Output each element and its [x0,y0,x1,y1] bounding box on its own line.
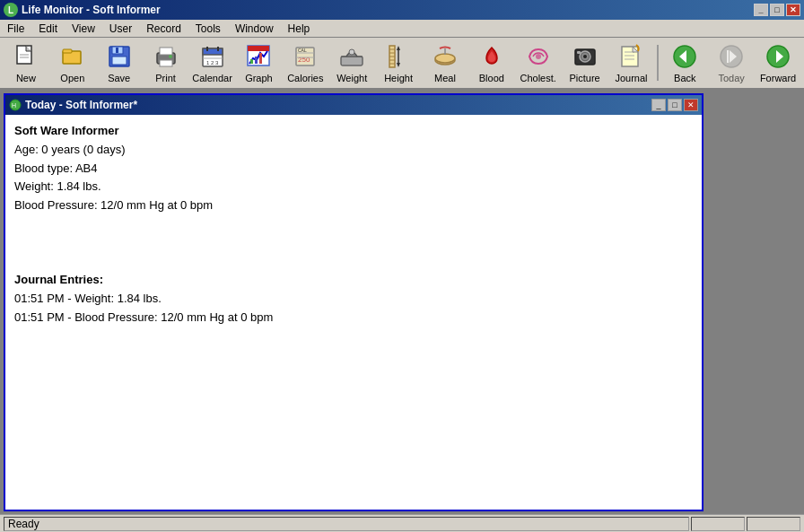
svg-rect-11 [160,60,172,66]
blood-type-line: Blood type: AB4 [14,160,693,179]
status-bar: Ready [0,514,804,532]
title-bar-buttons: _ □ ✕ [754,4,800,16]
save-button[interactable]: Save [97,39,142,86]
picture-button[interactable]: Picture [563,39,607,86]
new-icon [12,42,40,71]
journal-entry-0: 01:51 PM - Weight: 1.84 lbs. [14,290,693,309]
journal-icon [616,42,645,71]
svg-rect-10 [160,48,172,55]
svg-point-30 [349,49,354,55]
weight-label: Weight [336,73,367,83]
toolbar-separator [657,45,659,81]
calendar-icon: 1 2 3 [198,42,227,71]
today-icon [717,42,746,71]
calendar-button[interactable]: 1 2 3 Calendar [190,39,235,86]
print-icon [152,42,180,71]
inner-close-button[interactable]: ✕ [684,99,698,111]
title-bar: L Life Monitor - Soft Informer _ □ ✕ [0,0,804,20]
calories-button[interactable]: CAL 250 Calories [283,39,328,86]
height-label: Height [384,73,413,83]
close-button[interactable]: ✕ [786,4,800,16]
maximize-button[interactable]: □ [770,4,784,16]
forward-label: Forward [760,73,796,83]
svg-rect-22 [255,57,258,64]
meal-icon [431,42,459,71]
svg-rect-14 [203,48,223,55]
new-button[interactable]: New [4,39,48,86]
inner-maximize-button[interactable]: □ [668,99,682,111]
age-line: Age: 0 years (0 days) [14,141,693,160]
print-label: Print [155,73,176,83]
journal-label: Journal [615,73,647,83]
back-button[interactable]: Back [662,39,707,86]
back-label: Back [674,73,695,83]
journal-entry-1: 01:51 PM - Blood Pressure: 12/0 mm Hg at… [14,309,693,327]
menu-record[interactable]: Record [139,21,188,37]
open-button[interactable]: Open [50,39,95,86]
menu-window[interactable]: Window [228,21,281,37]
svg-text:CAL: CAL [298,48,307,53]
cholest-button[interactable]: Cholest. [516,39,561,86]
back-icon [670,42,699,71]
height-button[interactable]: Height [376,39,421,86]
svg-rect-20 [248,46,269,51]
app-title: Life Monitor - Soft Informer [22,4,161,16]
inner-window-icon: H [9,99,22,111]
picture-label: Picture [569,73,599,83]
forward-button[interactable]: Forward [756,39,800,86]
open-icon [58,42,87,71]
blood-pressure-line: Blood Pressure: 12/0 mm Hg at 0 bpm [14,196,693,215]
meal-label: Meal [434,73,456,83]
height-icon [384,42,413,71]
meal-button[interactable]: Meal [423,39,468,86]
journal-header: Journal Entries: [14,271,693,290]
today-button[interactable]: Today [709,39,754,86]
svg-point-12 [169,55,172,58]
content-header: Soft Ware Informer [14,122,693,141]
graph-label: Graph [245,73,273,83]
menu-user[interactable]: User [102,21,139,37]
save-icon [105,42,134,71]
svg-rect-7 [112,57,127,65]
svg-rect-23 [259,53,262,64]
open-label: Open [60,73,84,83]
svg-rect-4 [63,49,72,53]
weight-line: Weight: 1.84 lbs. [14,178,693,196]
menu-view[interactable]: View [65,21,102,37]
svg-rect-49 [577,51,581,54]
svg-text:250: 250 [298,56,310,64]
cholest-label: Cholest. [520,73,556,83]
toolbar: New Open Save [0,38,804,90]
menu-help[interactable]: Help [281,21,318,37]
journal-button[interactable]: Journal [609,39,654,86]
calendar-label: Calendar [192,73,232,83]
svg-text:1 2 3: 1 2 3 [206,60,219,65]
blood-icon [477,42,506,71]
print-button[interactable]: Print [144,39,188,86]
svg-point-48 [583,55,587,58]
graph-icon [244,42,273,71]
weight-button[interactable]: Weight [329,39,374,86]
calories-label: Calories [287,73,323,83]
menu-edit[interactable]: Edit [31,21,65,37]
svg-point-42 [435,54,455,63]
svg-marker-40 [397,63,400,67]
graph-button[interactable]: Graph [237,39,282,86]
minimize-button[interactable]: _ [754,4,768,16]
main-area: H Today - Soft Informer* _ □ ✕ Soft Ware… [0,90,804,514]
inner-window: H Today - Soft Informer* _ □ ✕ Soft Ware… [4,93,704,511]
weight-icon [337,42,366,71]
inner-content: Soft Ware Informer Age: 0 years (0 days)… [5,115,702,510]
status-panel-3 [747,517,800,531]
inner-minimize-button[interactable]: _ [651,99,666,111]
calories-icon: CAL 250 [291,42,319,71]
status-text: Ready [4,517,689,531]
menu-file[interactable]: File [0,21,31,37]
inner-window-title: Today - Soft Informer* [25,99,137,111]
svg-marker-39 [397,46,400,50]
blood-button[interactable]: Blood [469,39,514,86]
picture-icon [571,42,599,71]
inner-title-bar: H Today - Soft Informer* _ □ ✕ [5,95,702,115]
menu-tools[interactable]: Tools [188,21,228,37]
blood-label: Blood [479,73,504,83]
